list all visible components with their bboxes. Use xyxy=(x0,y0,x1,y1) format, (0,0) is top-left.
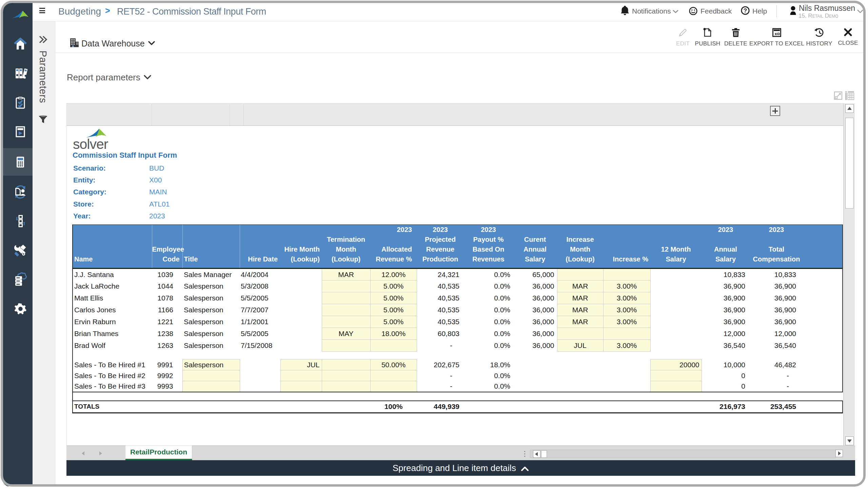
svg-text:?: ? xyxy=(744,7,747,14)
svg-text:x: x xyxy=(774,31,777,36)
